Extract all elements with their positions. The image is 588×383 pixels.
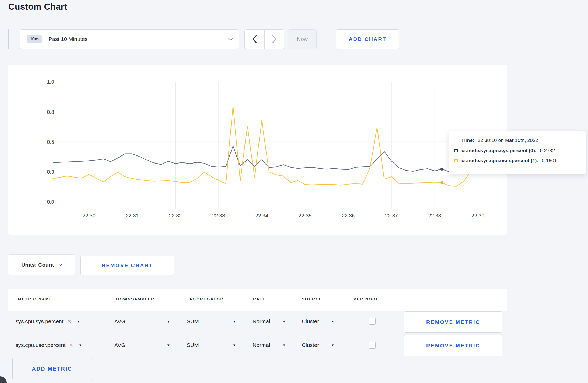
tooltip-series-label: cr.node.sys.cpu.sys.percent (0): [461, 148, 536, 153]
rate-value: Normal [253, 342, 270, 348]
col-header-downsampler: DOWNSAMPLER [116, 297, 155, 301]
caret-down-icon: ▼ [282, 320, 286, 323]
tooltip-series-value: 0.1601 [542, 158, 557, 164]
svg-text:22:38: 22:38 [428, 213, 441, 218]
caret-down-icon: ▼ [76, 320, 80, 323]
aggregator-select[interactable]: SUM ▼ [187, 318, 236, 324]
remove-metric-button[interactable]: REMOVE METRIC [404, 335, 502, 356]
caret-down-icon: ▼ [282, 343, 286, 347]
col-header-per-node: PER NODE [354, 297, 379, 301]
add-chart-button[interactable]: ADD CHART [336, 29, 399, 49]
svg-text:22:36: 22:36 [342, 213, 355, 218]
remove-metric-button[interactable]: REMOVE METRIC [404, 311, 502, 333]
caret-down-icon: ▼ [79, 343, 82, 347]
svg-text:22:37: 22:37 [385, 213, 398, 218]
rate-select[interactable]: Normal ▼ [253, 318, 286, 324]
aggregator-value: SUM [187, 318, 199, 324]
clear-metric-icon[interactable]: ✕ [69, 342, 74, 348]
per-node-checkbox[interactable] [369, 318, 376, 325]
downsampler-select[interactable]: AVG ▼ [114, 342, 170, 348]
tooltip-time-value: 22:38:10 on Mar 15th, 2022 [478, 138, 538, 143]
svg-text:22:30: 22:30 [82, 213, 95, 218]
col-header-source: SOURCE [302, 297, 322, 301]
remove-chart-button[interactable]: REMOVE CHART [80, 256, 174, 275]
series-user-swatch-icon [454, 159, 458, 162]
svg-text:1.0: 1.0 [47, 79, 54, 85]
caret-down-icon: ▼ [233, 343, 236, 347]
time-series-chart[interactable]: 0.00.30.50.81.022:3022:3122:3222:3322:34… [8, 65, 507, 235]
per-node-checkbox[interactable] [369, 342, 376, 349]
svg-text:22:39: 22:39 [471, 213, 484, 218]
units-label: Units: Count [21, 262, 54, 268]
timeframe-label: Past 10 Minutes [48, 36, 88, 42]
source-select[interactable]: Cluster ▼ [302, 318, 334, 324]
tooltip-time-label: Time: [461, 138, 474, 143]
source-value: Cluster [302, 342, 319, 348]
chart-panel[interactable]: 0.00.30.50.81.022:3022:3122:3222:3322:34… [8, 65, 507, 235]
source-select[interactable]: Cluster ▼ [302, 342, 334, 348]
downsampler-value: AVG [114, 342, 125, 348]
svg-text:22:34: 22:34 [255, 213, 268, 218]
source-value: Cluster [302, 318, 319, 324]
tooltip-series-row: cr.node.sys.cpu.sys.percent (0): 0.2732 [454, 148, 580, 153]
rate-select[interactable]: Normal ▼ [253, 342, 286, 348]
svg-text:0.3: 0.3 [47, 169, 54, 175]
metrics-table-header: METRIC NAME DOWNSAMPLER AGGREGATOR RATE … [8, 289, 507, 311]
tooltip-time-row: Time: 22:38:10 on Mar 15th, 2022 [454, 138, 580, 143]
col-header-aggregator: AGGREGATOR [189, 297, 224, 301]
chevron-down-icon [228, 36, 232, 41]
rate-value: Normal [253, 318, 270, 324]
metric-name-select[interactable]: sys.cpu.user.percent ✕ ▼ [16, 342, 82, 348]
svg-text:22:31: 22:31 [126, 213, 139, 218]
svg-text:22:35: 22:35 [298, 213, 311, 218]
col-header-metric-name: METRIC NAME [18, 297, 52, 301]
tooltip-series-row: cr.node.sys.cpu.user.percent (1): 0.1601 [454, 158, 580, 164]
clear-metric-icon[interactable]: ✕ [67, 318, 71, 324]
metric-name-select[interactable]: sys.cpu.sys.percent ✕ ▼ [16, 318, 80, 324]
caret-down-icon: ▼ [167, 320, 170, 323]
caret-down-icon: ▼ [167, 343, 170, 347]
svg-text:0.0: 0.0 [47, 199, 54, 205]
downsampler-value: AVG [114, 318, 125, 324]
svg-text:22:32: 22:32 [169, 213, 182, 218]
custom-chart-page: Custom Chart 10m Past 10 Minutes Now ADD… [0, 0, 588, 383]
chevron-left-icon [252, 35, 257, 44]
units-select[interactable]: Units: Count [8, 254, 75, 275]
svg-text:22:33: 22:33 [212, 213, 225, 218]
chevron-down-icon [59, 263, 62, 266]
col-header-rate: RATE [253, 297, 266, 301]
downsampler-select[interactable]: AVG ▼ [114, 318, 170, 324]
svg-text:0.8: 0.8 [47, 109, 54, 115]
page-title: Custom Chart [8, 2, 67, 12]
time-pager [244, 29, 284, 49]
caret-down-icon: ▼ [233, 320, 236, 323]
svg-text:0.5: 0.5 [47, 139, 54, 145]
tooltip-series-value: 0.2732 [540, 148, 555, 153]
time-forward-button[interactable] [264, 30, 284, 49]
toolbar-divider [8, 29, 9, 49]
metric-name-value: sys.cpu.sys.percent [16, 318, 63, 324]
now-button[interactable]: Now [288, 29, 317, 49]
caret-down-icon: ▼ [331, 320, 334, 323]
chevron-right-icon [271, 35, 277, 44]
timeframe-select[interactable]: 10m Past 10 Minutes [20, 29, 239, 49]
tooltip-series-label: cr.node.sys.cpu.user.percent (1): [461, 158, 538, 164]
aggregator-value: SUM [187, 342, 199, 348]
caret-down-icon: ▼ [331, 343, 334, 347]
add-metric-button[interactable]: ADD METRIC [12, 358, 92, 380]
time-back-button[interactable] [245, 30, 264, 49]
metric-name-value: sys.cpu.user.percent [16, 342, 66, 348]
chat-bubble-icon[interactable] [0, 376, 7, 383]
series-sys-swatch-icon [454, 149, 458, 152]
chart-tooltip: Time: 22:38:10 on Mar 15th, 2022 cr.node… [449, 131, 586, 174]
timeframe-badge: 10m [27, 35, 42, 43]
aggregator-select[interactable]: SUM ▼ [187, 342, 236, 348]
